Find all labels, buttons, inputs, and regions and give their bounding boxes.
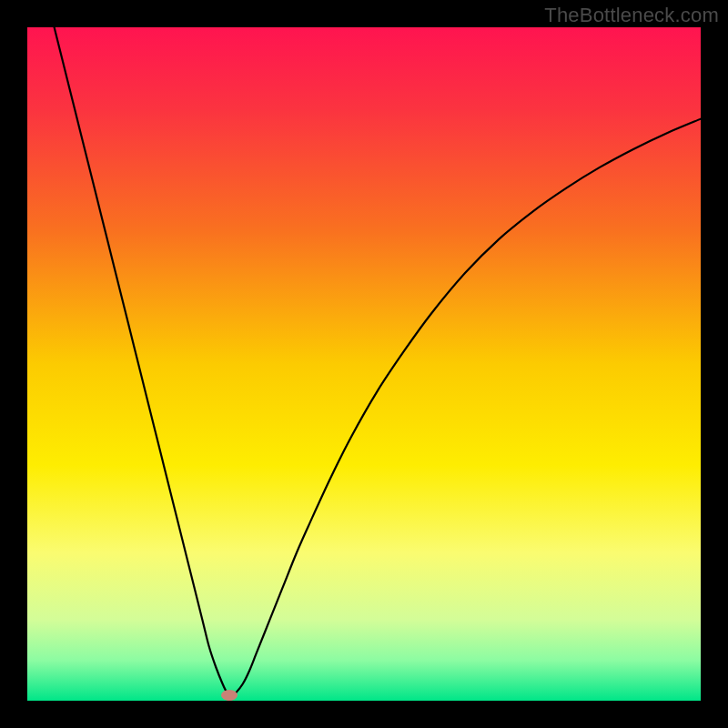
plot-area <box>27 27 701 701</box>
bottleneck-chart <box>27 27 701 701</box>
watermark-text: TheBottleneck.com <box>544 4 719 27</box>
gradient-background <box>27 27 701 701</box>
optimal-point-marker <box>221 690 238 701</box>
chart-frame: TheBottleneck.com <box>0 0 728 728</box>
